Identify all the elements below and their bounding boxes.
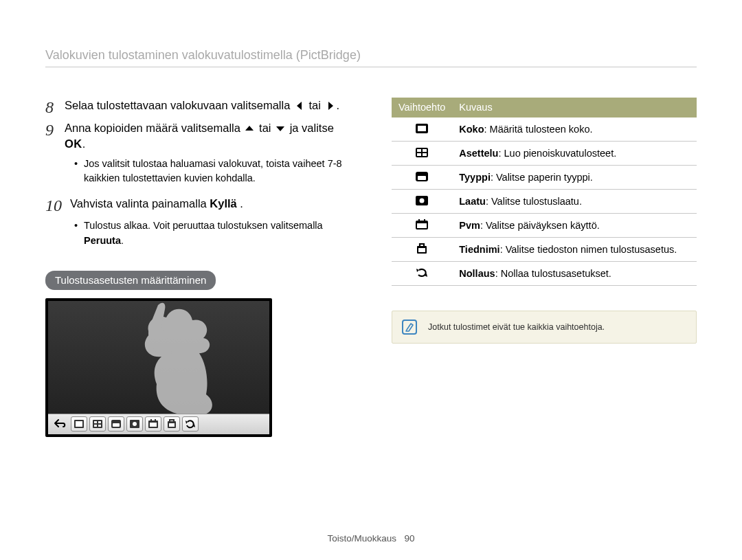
reset-icon bbox=[414, 267, 429, 279]
step-9-bullet: Jos valitsit tulostaa haluamasi valokuva… bbox=[84, 157, 352, 187]
row-desc: Asettelu: Luo pienoiskuvatulosteet. bbox=[452, 142, 697, 166]
step-9-text-post: ja valitse bbox=[286, 120, 337, 136]
step-10-bullet: Tulostus alkaa. Voit peruuttaa tulostuks… bbox=[84, 219, 352, 249]
preview-silhouette bbox=[124, 298, 240, 415]
date-button[interactable] bbox=[145, 416, 161, 432]
options-table: Vaihtoehto Kuvaus Koko: Määritä tulostee… bbox=[392, 98, 697, 286]
print-preview bbox=[45, 298, 272, 437]
preview-toolbar bbox=[48, 414, 269, 434]
file-button[interactable] bbox=[164, 416, 180, 432]
svg-point-10 bbox=[133, 422, 137, 426]
ok-label: OK bbox=[65, 136, 82, 152]
th-desc: Kuvaus bbox=[452, 98, 697, 117]
type-button[interactable] bbox=[108, 416, 124, 432]
svg-rect-1 bbox=[76, 421, 82, 427]
section-pill: Tulostusasetusten määrittäminen bbox=[45, 271, 216, 290]
row-desc: Pvm: Valitse päiväyksen käyttö. bbox=[452, 214, 697, 238]
table-row: Laatu: Valitse tulostuslaatu. bbox=[392, 190, 697, 214]
table-row: Pvm: Valitse päiväyksen käyttö. bbox=[392, 214, 697, 238]
svg-rect-14 bbox=[155, 419, 156, 422]
step-10-text-pre: Vahvista valinta painamalla bbox=[70, 196, 210, 212]
page-header: Valokuvien tulostaminen valokuvatulostim… bbox=[45, 48, 697, 67]
step-9: 9 Anna kopioiden määrä valitsemalla tai … bbox=[45, 120, 352, 152]
row-desc: Tyyppi: Valitse paperin tyyppi. bbox=[452, 166, 697, 190]
reset-button[interactable] bbox=[182, 416, 199, 432]
size-icon bbox=[414, 122, 429, 135]
page-footer: Toisto/Muokkaus 90 bbox=[0, 533, 742, 544]
svg-rect-3 bbox=[94, 421, 97, 423]
row-desc: Koko: Määritä tulosteen koko. bbox=[452, 117, 697, 142]
svg-rect-2 bbox=[93, 420, 102, 428]
step-number: 8 bbox=[45, 98, 65, 116]
file-icon bbox=[414, 243, 429, 255]
table-row: Koko: Määritä tulosteen koko. bbox=[392, 117, 697, 142]
left-arrow-icon bbox=[294, 101, 305, 111]
svg-rect-18 bbox=[418, 126, 426, 131]
step-number: 10 bbox=[45, 196, 70, 214]
back-button[interactable] bbox=[52, 416, 69, 432]
layout-button[interactable] bbox=[89, 416, 106, 432]
footer-page: 90 bbox=[404, 533, 414, 544]
svg-point-27 bbox=[420, 199, 425, 203]
down-arrow-icon bbox=[275, 124, 286, 133]
quality-button[interactable] bbox=[126, 416, 143, 432]
step-8-text-mid: tai bbox=[306, 98, 324, 113]
table-row: Nollaus: Nollaa tulostusasetukset. bbox=[392, 262, 697, 286]
type-icon bbox=[414, 170, 429, 183]
right-arrow-icon bbox=[325, 101, 336, 111]
step-8-text-post: . bbox=[337, 98, 340, 113]
svg-rect-16 bbox=[169, 423, 175, 427]
step-8: 8 Selaa tulostettavaan valokuvaan valits… bbox=[45, 98, 352, 116]
svg-rect-30 bbox=[418, 219, 420, 222]
table-row: Tyyppi: Valitse paperin tyyppi. bbox=[392, 166, 697, 190]
quality-icon bbox=[414, 194, 429, 207]
row-desc: Laatu: Valitse tulostuslaatu. bbox=[452, 190, 697, 214]
svg-rect-25 bbox=[418, 176, 426, 180]
step-8-text-pre: Selaa tulostettavaan valokuvaan valitsem… bbox=[65, 98, 293, 113]
size-button[interactable] bbox=[71, 416, 87, 432]
date-icon bbox=[414, 219, 429, 231]
footer-section: Toisto/Muokkaus bbox=[328, 533, 397, 544]
step-9-end: . bbox=[82, 136, 86, 152]
layout-icon bbox=[414, 146, 429, 159]
th-option: Vaihtoehto bbox=[392, 98, 452, 117]
svg-rect-12 bbox=[150, 423, 157, 427]
step-9-text-pre: Anna kopioiden määrä valitsemalla bbox=[65, 120, 243, 136]
note-box: Jotkut tulostimet eivät tue kaikkia vaih… bbox=[392, 311, 697, 344]
svg-rect-5 bbox=[94, 425, 97, 427]
table-row: Tiednimi: Valitse tiedoston nimen tulost… bbox=[392, 238, 697, 262]
row-desc: Tiednimi: Valitse tiedoston nimen tulost… bbox=[452, 238, 697, 262]
svg-rect-31 bbox=[424, 219, 425, 222]
bullet-dot: • bbox=[74, 219, 84, 249]
svg-rect-13 bbox=[150, 419, 152, 422]
step-10-bold: Kyllä bbox=[210, 196, 236, 212]
step-number: 9 bbox=[45, 120, 65, 139]
bullet-dot: • bbox=[74, 157, 84, 187]
svg-rect-4 bbox=[98, 421, 101, 423]
note-icon bbox=[402, 320, 417, 335]
table-row: Asettelu: Luo pienoiskuvatulosteet. bbox=[392, 142, 697, 166]
svg-rect-6 bbox=[98, 425, 101, 427]
svg-rect-22 bbox=[417, 153, 421, 156]
svg-rect-29 bbox=[417, 223, 427, 228]
svg-rect-23 bbox=[423, 153, 427, 156]
step-10-text-post: . bbox=[237, 196, 243, 212]
note-text: Jotkut tulostimet eivät tue kaikkia vaih… bbox=[428, 322, 605, 332]
svg-rect-20 bbox=[417, 149, 421, 152]
step-9-text-mid: tai bbox=[256, 120, 274, 136]
row-desc: Nollaus: Nollaa tulostusasetukset. bbox=[452, 262, 697, 286]
svg-rect-21 bbox=[423, 149, 427, 152]
up-arrow-icon bbox=[244, 124, 255, 133]
step-10: 10 Vahvista valinta painamalla Kyllä . bbox=[45, 196, 352, 214]
svg-rect-33 bbox=[418, 248, 425, 252]
svg-rect-8 bbox=[113, 423, 120, 427]
